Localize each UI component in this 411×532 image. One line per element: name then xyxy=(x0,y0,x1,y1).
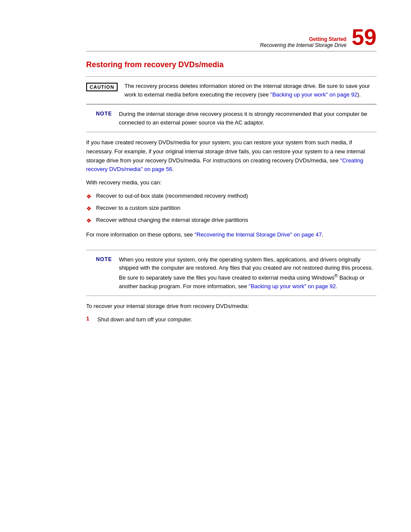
note2-block: NOTE When you restore your system, only … xyxy=(86,250,377,296)
bullet-icon: ❖ xyxy=(86,204,92,213)
steps-section: To recover your internal storage drive f… xyxy=(86,296,377,324)
note2-text-end: . xyxy=(336,283,338,289)
caution-text-end: ). xyxy=(357,91,361,98)
section-title: Restoring from recovery DVDs/media xyxy=(86,60,377,69)
body-paragraph3-start: For more information on these options, s… xyxy=(86,231,194,238)
body-paragraph1-start: If you have created recovery DVDs/media … xyxy=(86,139,365,164)
body-paragraph2: With recovery media, you can: xyxy=(86,178,377,187)
body-paragraph3-link[interactable]: "Recovering the Internal Storage Drive" … xyxy=(194,231,321,238)
list-item: ❖ Recover without changing the internal … xyxy=(86,216,377,225)
bullet-icon: ❖ xyxy=(86,216,92,225)
caution-badge: CAUTION xyxy=(86,83,118,91)
bullet-text-3: Recover without changing the internal st… xyxy=(96,216,248,224)
list-item: ❖ Recover to out-of-box state (recommend… xyxy=(86,192,377,201)
body-section: If you have created recovery DVDs/media … xyxy=(86,132,377,250)
bullet-text-2: Recover to a custom size partition xyxy=(96,204,181,212)
body-paragraph1: If you have created recovery DVDs/media … xyxy=(86,138,377,174)
bullet-text-1: Recover to out-of-box state (recommended… xyxy=(96,192,248,200)
note2-text: When you restore your system, only the o… xyxy=(119,255,377,290)
step-item-1: 1 Shut down and turn off your computer. xyxy=(86,315,377,324)
steps-intro: To recover your internal storage drive f… xyxy=(86,302,377,311)
list-item: ❖ Recover to a custom size partition xyxy=(86,204,377,213)
note1-label: NOTE xyxy=(86,111,112,117)
step-number-1: 1 xyxy=(86,315,92,322)
note2-superscript: ® xyxy=(334,273,338,278)
bullet-icon: ❖ xyxy=(86,192,92,201)
body-paragraph1-end: . xyxy=(172,166,174,172)
caution-link[interactable]: "Backing up your work" on page 92 xyxy=(270,91,357,98)
body-paragraph3-end: . xyxy=(322,231,324,238)
caution-block: CAUTION The recovery process deletes inf… xyxy=(86,77,377,104)
page-header: Getting Started Recovering the Internal … xyxy=(86,26,377,52)
header-chapter: Getting Started xyxy=(86,36,346,42)
note1-text: During the internal storage drive recove… xyxy=(119,110,377,127)
page-number: 59 xyxy=(352,26,377,48)
page-container: Getting Started Recovering the Internal … xyxy=(0,0,411,532)
note1-block: NOTE During the internal storage drive r… xyxy=(86,104,377,132)
note2-link[interactable]: "Backing up your work" on page 92 xyxy=(249,283,336,289)
step-text-1: Shut down and turn off your computer. xyxy=(97,315,192,324)
header-subtitle: Recovering the Internal Storage Drive xyxy=(86,42,346,48)
header-text-group: Getting Started Recovering the Internal … xyxy=(86,36,346,48)
bullet-list: ❖ Recover to out-of-box state (recommend… xyxy=(86,192,377,225)
note2-label: NOTE xyxy=(86,256,112,262)
caution-text: The recovery process deletes information… xyxy=(125,82,377,99)
body-paragraph3: For more information on these options, s… xyxy=(86,230,377,240)
